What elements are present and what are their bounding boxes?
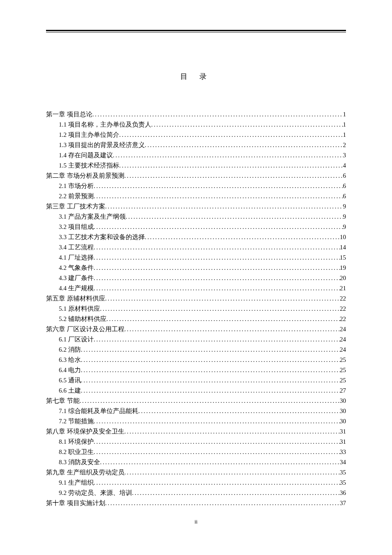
toc-entry-label[interactable]: 9.1 生产组织 (59, 480, 94, 486)
toc-entry-label[interactable]: 2.1 市场分析 (59, 183, 94, 189)
toc-entry-page[interactable]: 24 (340, 326, 346, 332)
toc-entry-page[interactable]: 30 (340, 398, 346, 404)
toc-entry-label[interactable]: 3.4 工艺流程 (59, 244, 94, 251)
toc-entry-label[interactable]: 1.1 项目名称，主办单位及负责人 (59, 121, 151, 128)
toc-entry-page[interactable]: 22 (340, 316, 346, 322)
toc-entry-page[interactable]: 21 (340, 285, 346, 292)
toc-entry-page[interactable]: 24 (340, 347, 346, 353)
toc-entry-page[interactable]: 9 (343, 203, 346, 210)
toc-entry-label[interactable]: 6.5 通讯 (59, 377, 81, 384)
toc-entry-label[interactable]: 6.4 电力 (59, 367, 81, 373)
toc-entry-page[interactable]: 14 (340, 244, 346, 251)
toc-entry-label[interactable]: 第九章 生产组织及劳动定员 (46, 469, 124, 476)
toc-entry: 6.2 消防 24 (46, 347, 346, 353)
toc-entry-page[interactable]: 1 (343, 132, 346, 138)
toc-entry: 3.1 产品方案及生产纲领 9 (46, 214, 346, 220)
toc-entry-label[interactable]: 第十章 项目实施计划 (46, 500, 105, 506)
toc-entry-page[interactable]: 37 (340, 500, 346, 506)
toc-entry-page[interactable]: 3 (343, 152, 346, 159)
toc-entry-label[interactable]: 第三章 工厂技术方案 (46, 203, 105, 210)
toc-entry-page[interactable]: 10 (340, 234, 346, 240)
toc-leader-dots (81, 357, 340, 363)
toc-entry-label[interactable]: 1.3 项目提出的背景及经济意义 (59, 142, 145, 148)
toc-leader-dots (94, 418, 340, 425)
toc-entry-label[interactable]: 7.2 节能措施 (59, 418, 94, 425)
toc-entry-label[interactable]: 6.6 土建 (59, 387, 81, 394)
toc-entry-page[interactable]: 6 (343, 193, 346, 199)
toc-entry-label[interactable]: 1.4 存在问题及建议 (59, 152, 113, 159)
toc-leader-dots (81, 377, 340, 384)
toc-entry-label[interactable]: 第二章 市场分析及前景预测 (46, 173, 124, 179)
toc-entry-page[interactable]: 27 (340, 387, 346, 394)
toc-entry-page[interactable]: 34 (340, 459, 346, 465)
document-page: 目 录 第一章 项目总论 11.1 项目名称，主办单位及负责人 11.2 项目主… (0, 0, 392, 527)
toc-entry-page[interactable]: 25 (340, 377, 346, 384)
toc-entry-page[interactable]: 35 (340, 469, 346, 476)
toc-entry: 第一章 项目总论 1 (46, 111, 346, 118)
toc-entry-label[interactable]: 6.1 厂区设计 (59, 336, 94, 343)
toc-entry-label[interactable]: 第一章 项目总论 (46, 111, 92, 118)
toc-entry-label[interactable]: 4.1 厂址选择 (59, 254, 94, 261)
toc-entry-page[interactable]: 6 (343, 183, 346, 189)
toc-entry-page[interactable]: 31 (340, 439, 346, 445)
toc-leader-dots (94, 439, 340, 445)
toc-entry-page[interactable]: 1 (343, 111, 346, 118)
toc-leader-dots (92, 111, 343, 118)
toc-leader-dots (81, 387, 340, 394)
toc-entry-label[interactable]: 3.1 产品方案及生产纲领 (59, 214, 126, 220)
toc-entry-page[interactable]: 36 (340, 490, 346, 496)
toc-entry: 4.1 厂址选择 15 (46, 254, 346, 261)
toc-leader-dots (94, 183, 343, 189)
toc-title: 目 录 (46, 72, 346, 81)
toc-entry-label[interactable]: 1.2 项目主办单位简介 (59, 132, 119, 138)
toc-entry-page[interactable]: 25 (340, 357, 346, 363)
toc-entry-label[interactable]: 第五章 原辅材料供应 (46, 295, 105, 302)
toc-entry-label[interactable]: 7.1 综合能耗及单位产品能耗 (59, 408, 138, 414)
toc-entry-label[interactable]: 第七章 节能 (46, 398, 80, 404)
toc-entry-page[interactable]: 31 (340, 428, 346, 435)
toc-entry-label[interactable]: 8.1 环境保护 (59, 439, 94, 445)
toc-entry-label[interactable]: 第八章 环境保护及安全卫生 (46, 428, 124, 435)
toc-entry-page[interactable]: 30 (340, 408, 346, 414)
toc-entry-label[interactable]: 6.2 消防 (59, 347, 81, 353)
toc-entry-label[interactable]: 9.2 劳动定员、来源、培训 (59, 490, 132, 496)
toc-entry-label[interactable]: 2.2 前景预测 (59, 193, 94, 199)
toc-entry-page[interactable]: 33 (340, 449, 346, 455)
toc-entry-label[interactable]: 5.1 原材料供应 (59, 306, 100, 312)
toc-entry-label[interactable]: 3.2 项目组成 (59, 224, 94, 230)
toc-entry-label[interactable]: 1.5 主要技术经济指标 (59, 162, 119, 169)
toc-entry-page[interactable]: 9 (343, 224, 346, 230)
toc-entry: 4.3 建厂条件20 (46, 275, 346, 281)
toc-entry: 第三章 工厂技术方案 9 (46, 203, 346, 210)
toc-entry-page[interactable]: 35 (340, 480, 346, 486)
page-number: ii (0, 518, 392, 525)
toc-entry-page[interactable]: 22 (340, 306, 346, 312)
toc-entry-page[interactable]: 22 (340, 295, 346, 302)
toc-entry-label[interactable]: 4.4 生产规模 (59, 285, 94, 292)
toc-entry-page[interactable]: 25 (340, 367, 346, 373)
toc-entry: 1.2 项目主办单位简介 1 (46, 132, 346, 138)
toc-entry: 7.2 节能措施 30 (46, 418, 346, 425)
toc-entry-page[interactable]: 15 (340, 254, 346, 261)
toc-entry-label[interactable]: 4.2 气象条件 (59, 265, 94, 271)
toc-entry: 1.5 主要技术经济指标 4 (46, 162, 346, 169)
toc-leader-dots (100, 459, 340, 465)
toc-entry-page[interactable]: 9 (343, 214, 346, 220)
toc-entry-label[interactable]: 4.3 建厂条件 (59, 275, 94, 281)
toc-entry-label[interactable]: 8.3 消防及安全 (59, 459, 100, 465)
toc-entry-label[interactable]: 8.2 职业卫生 (59, 449, 94, 455)
toc-leader-dots (94, 480, 340, 486)
toc-entry-page[interactable]: 4 (343, 162, 346, 169)
toc-entry-page[interactable]: 1 (343, 121, 346, 128)
toc-entry-page[interactable]: 24 (340, 336, 346, 343)
toc-entry-label[interactable]: 第六章 厂区设计及公用工程 (46, 326, 124, 332)
toc-entry-page[interactable]: 20 (340, 275, 346, 281)
toc-entry: 9.2 劳动定员、来源、培训 36 (46, 490, 346, 496)
toc-entry-label[interactable]: 6.3 给水 (59, 357, 81, 363)
toc-entry-page[interactable]: 2 (343, 142, 346, 148)
toc-entry-label[interactable]: 5.2 辅助材料供应 (59, 316, 107, 322)
toc-entry-page[interactable]: 19 (340, 265, 346, 271)
toc-entry-page[interactable]: 6 (343, 173, 346, 179)
toc-entry-label[interactable]: 3.3 工艺技术方案和设备的选择 (59, 234, 145, 240)
toc-entry-page[interactable]: 30 (340, 418, 346, 425)
